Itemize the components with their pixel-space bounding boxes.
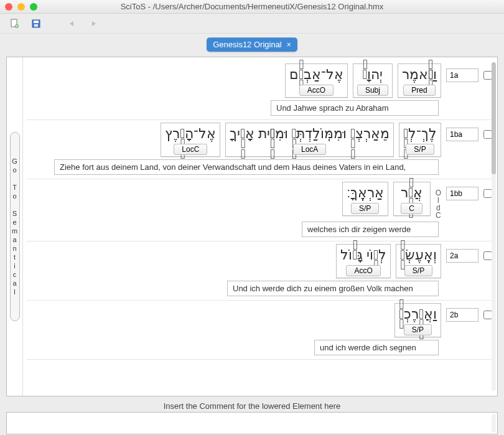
- syntax-unit[interactable]: לֶךְ־לְךָ֛S/P: [399, 123, 441, 157]
- hebrew-text: יְהוָה֙: [362, 67, 383, 83]
- clause-canvas[interactable]: אֶל־אַבְרָ֔םAccOיְהוָה֙Subjוַיֹּ֤אמֶרPre…: [23, 57, 497, 396]
- reference-input[interactable]: [446, 187, 478, 200]
- role-button[interactable]: LocA: [293, 144, 326, 155]
- role-button[interactable]: S/P: [406, 144, 434, 155]
- clause-checkbox[interactable]: [483, 71, 492, 80]
- svg-rect-4: [34, 24, 38, 27]
- sidebar-letter: e: [12, 218, 16, 226]
- hebrew-text: אֶל־הָאָ֖רֶץ: [165, 126, 216, 142]
- clause-checkbox[interactable]: [483, 189, 492, 198]
- units-group: אֶל־אַבְרָ֔םAccOיְהוָה֙Subjוַיֹּ֤אמֶרPre…: [285, 63, 441, 98]
- hebrew-text: מֵאַרְצְךָ֥ וּמִמּֽוֹלַדְתְּךָ֖ וּמִבֵּ֣…: [230, 126, 390, 142]
- close-tab-icon[interactable]: ×: [287, 40, 291, 49]
- translation-text[interactable]: Und Jahwe sprach zu Abraham: [271, 100, 439, 116]
- reference-input[interactable]: [446, 128, 478, 141]
- tab-label: Genesis12 Original: [213, 40, 282, 49]
- tabbar: Genesis12 Original ×: [0, 34, 504, 54]
- sidebar-letter: [14, 175, 16, 182]
- minimize-window-icon[interactable]: [17, 3, 25, 11]
- svg-rect-3: [34, 21, 39, 23]
- sidebar-letter: o: [12, 192, 16, 200]
- scrollbar-thumb[interactable]: [492, 62, 496, 174]
- units-group: אַרְאֶֽךָּ׃S/Pאֲשֶׁ֥רC: [342, 182, 431, 216]
- role-button[interactable]: Pred: [403, 85, 435, 96]
- sidebar-letter: T: [12, 184, 17, 191]
- syntax-unit[interactable]: אֲשֶׁ֥רC: [393, 182, 431, 216]
- hebrew-text: וְאֶֽעֶשְׂךָ֙: [400, 247, 437, 263]
- document-tab[interactable]: Genesis12 Original ×: [207, 37, 297, 52]
- comment-area: Insert the Comment for the lowered Eleme…: [6, 401, 498, 434]
- reference-input[interactable]: [446, 249, 478, 263]
- sidebar-letter: n: [12, 245, 16, 252]
- new-file-button[interactable]: [6, 17, 24, 30]
- toolbar: [0, 14, 504, 34]
- zoom-window-icon[interactable]: [30, 3, 37, 11]
- comment-input[interactable]: [6, 412, 498, 434]
- reference-input[interactable]: [446, 68, 478, 82]
- clause-top: אֶל־הָאָ֖רֶץLocCמֵאַרְצְךָ֥ וּמִמּֽוֹלַד…: [27, 123, 492, 157]
- sidebar-letter: a: [12, 236, 16, 243]
- syntax-unit[interactable]: מֵאַרְצְךָ֥ וּמִמּֽוֹלַדְתְּךָ֖ וּמִבֵּ֣…: [225, 123, 394, 157]
- syntax-unit[interactable]: אֶל־אַבְרָ֔םAccO: [285, 63, 348, 98]
- role-button[interactable]: S/P: [351, 203, 379, 214]
- role-button[interactable]: S/P: [404, 265, 432, 276]
- translation-row: Ziehe fort aus deinem Land, von deiner V…: [27, 159, 492, 175]
- sidebar-letter: o: [12, 166, 16, 174]
- hebrew-text: אֲשֶׁ֥ר: [401, 185, 422, 201]
- role-button[interactable]: LocC: [174, 144, 207, 155]
- go-to-semantical-button[interactable]: Go To Semantical: [10, 132, 20, 321]
- syntax-unit[interactable]: יְהוָה֙Subj: [353, 63, 393, 98]
- comment-scrollbar[interactable]: [492, 414, 496, 433]
- hebrew-text: אַרְאֶֽךָּ׃: [347, 185, 384, 201]
- undo-button[interactable]: [63, 17, 81, 30]
- sidebar-letter: l: [14, 288, 15, 296]
- hebrew-text: לֶךְ־לְךָ֛: [403, 126, 437, 142]
- role-button[interactable]: S/P: [404, 324, 432, 335]
- role-button[interactable]: Subj: [357, 85, 388, 96]
- sidebar-letter: m: [12, 227, 17, 235]
- role-button[interactable]: AccO: [299, 85, 334, 96]
- sidebar-letter: t: [14, 253, 16, 261]
- syntax-unit[interactable]: לְג֣וֹי גָּד֔וֹלAccO: [336, 244, 391, 278]
- translation-text[interactable]: und ich werde dich segnen: [314, 340, 439, 355]
- side-label: OldC: [436, 182, 441, 219]
- clause-row: אֶל־אַבְרָ֔םAccOיְהוָה֙Subjוַיֹּ֤אמֶרPre…: [27, 61, 492, 120]
- sidebar-letter: a: [12, 279, 16, 287]
- syntax-unit[interactable]: אַרְאֶֽךָּ׃S/P: [342, 182, 388, 216]
- clause-top: אַרְאֶֽךָּ׃S/Pאֲשֶׁ֥רCOldC: [27, 182, 492, 219]
- close-window-icon[interactable]: [5, 3, 12, 11]
- redo-button[interactable]: [85, 17, 102, 30]
- role-button[interactable]: C: [401, 203, 422, 214]
- reference-input[interactable]: [446, 308, 478, 322]
- clause-row: אֶל־הָאָ֖רֶץLocCמֵאַרְצְךָ֥ וּמִמּֽוֹלַד…: [27, 120, 492, 179]
- hebrew-text: אֶל־אַבְרָ֔ם: [289, 67, 343, 83]
- syntax-unit[interactable]: אֶל־הָאָ֖רֶץLocC: [161, 123, 220, 157]
- role-button[interactable]: AccO: [346, 265, 380, 276]
- translation-text[interactable]: Und ich werde dich zu einem großen Volk …: [227, 281, 439, 296]
- clause-checkbox[interactable]: [483, 130, 492, 139]
- window-title: SciToS - /Users/Archer/Documents/Hermene…: [0, 2, 504, 11]
- units-group: אֶל־הָאָ֖רֶץLocCמֵאַרְצְךָ֥ וּמִמּֽוֹלַד…: [161, 123, 441, 157]
- translation-text[interactable]: welches ich dir zeigen werde: [302, 222, 439, 237]
- sidebar-letter: S: [12, 210, 17, 217]
- clause-top: אֶל־אַבְרָ֔םAccOיְהוָה֙Subjוַיֹּ֤אמֶרPre…: [27, 63, 492, 98]
- window-controls: [5, 3, 37, 11]
- sidebar-letter: G: [12, 157, 17, 165]
- translation-text[interactable]: Ziehe fort aus deinem Land, von deiner V…: [54, 159, 439, 175]
- save-button[interactable]: [27, 17, 45, 30]
- work-area: Go To Semantical אֶל־אַבְרָ֔םAccOיְהוָה֙…: [6, 57, 498, 396]
- translation-row: Und Jahwe sprach zu Abraham: [27, 100, 492, 116]
- titlebar: SciToS - /Users/Archer/Documents/Hermene…: [0, 0, 504, 14]
- sidebar: Go To Semantical: [7, 57, 23, 396]
- translation-row: Und ich werde dich zu einem großen Volk …: [27, 281, 492, 296]
- translation-row: welches ich dir zeigen werde: [27, 222, 492, 237]
- clause-row: אַרְאֶֽךָּ׃S/Pאֲשֶׁ֥רCOldCwelches ich di…: [27, 179, 492, 241]
- clause-checkbox[interactable]: [483, 251, 492, 260]
- syntax-unit[interactable]: וַיֹּ֤אמֶרPred: [398, 63, 441, 98]
- syntax-unit[interactable]: וְאֶֽעֶשְׂךָ֙S/P: [396, 244, 441, 278]
- clause-checkbox[interactable]: [483, 311, 492, 319]
- hebrew-text: וַיֹּ֤אמֶר: [402, 67, 437, 83]
- units-group: לְג֣וֹי גָּד֔וֹלAccOוְאֶֽעֶשְׂךָ֙S/P: [336, 244, 441, 278]
- syntax-unit[interactable]: וַאֲבָ֣רֶכְךָ֔S/P: [394, 303, 441, 337]
- clause-top: וַאֲבָ֣רֶכְךָ֔S/P: [27, 303, 492, 337]
